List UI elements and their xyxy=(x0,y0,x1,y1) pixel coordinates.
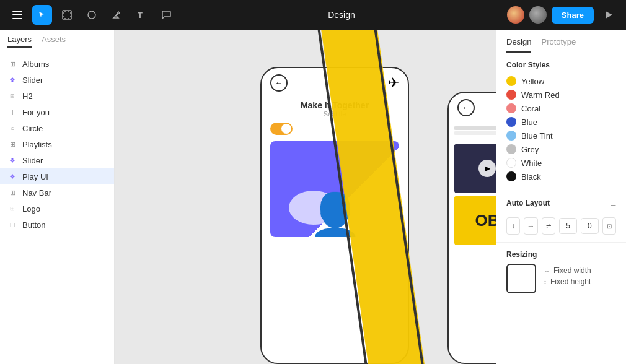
mini-album-blue: ▶ xyxy=(454,144,496,193)
frame-tool[interactable] xyxy=(57,5,77,25)
fixed-width-icon: ↔ xyxy=(544,267,550,274)
layout-padding[interactable]: 0 xyxy=(581,218,599,234)
auto-layout-collapse[interactable]: − xyxy=(611,200,616,211)
circle-icon: ○ xyxy=(7,123,17,133)
grid-icon: ⊞ xyxy=(7,59,17,69)
color-dot-blue-tint xyxy=(506,131,516,141)
text-icon: T xyxy=(7,107,17,117)
rect-icon: □ xyxy=(7,220,17,230)
fixed-height-icon: ↕ xyxy=(544,279,547,285)
layout-spacing[interactable]: 5 xyxy=(559,218,577,234)
component-icon: ❖ xyxy=(7,75,17,85)
hamburger-button[interactable] xyxy=(7,5,27,25)
color-styles-section: Color Styles Yellow Warm Red Coral Blue xyxy=(496,53,626,191)
resize-options: ↔ Fixed width ↕ Fixed height xyxy=(544,266,591,286)
resizing-title: Resizing xyxy=(506,250,616,259)
color-blue[interactable]: Blue xyxy=(506,115,616,129)
main-area: Layers Assets ⊞ Albums ❖ Slider ⊞ H2 T F… xyxy=(0,30,626,364)
topbar-center: Design xyxy=(181,10,502,20)
phone-mockup-2: ← ✈ ▶ OB img xyxy=(447,92,496,364)
color-list: Yellow Warm Red Coral Blue Blue Tint xyxy=(506,74,616,183)
auto-layout-title: Auto Layout xyxy=(506,199,550,207)
grid-icon: ⊞ xyxy=(7,91,17,101)
toggle-switch[interactable] xyxy=(270,123,293,135)
layer-slider-2[interactable]: ❖ Slider xyxy=(0,152,114,168)
right-panel: Design Prototype Color Styles Yellow War… xyxy=(496,30,626,364)
layout-direction-right[interactable]: → xyxy=(524,217,537,235)
back-button[interactable]: ← xyxy=(270,74,288,92)
color-yellow[interactable]: Yellow xyxy=(506,74,616,88)
layer-nav-bar[interactable]: ⊞ Nav Bar xyxy=(0,184,114,201)
color-dot-grey xyxy=(506,144,516,154)
layer-h2[interactable]: ⊞ H2 xyxy=(0,88,114,104)
layout-align[interactable]: ⊡ xyxy=(602,217,616,235)
color-blue-tint[interactable]: Blue Tint xyxy=(506,129,616,142)
color-dot-white xyxy=(506,158,516,168)
layer-logo[interactable]: ⊞ Logo xyxy=(0,201,114,217)
grid-icon: ⊞ xyxy=(7,204,17,214)
layer-play-ui[interactable]: ❖ Play UI xyxy=(0,168,114,184)
resizing-section: Resizing ↔ Fixed width ↕ Fixed height xyxy=(496,243,626,301)
tab-layers[interactable]: Layers xyxy=(7,35,32,48)
svg-point-12 xyxy=(88,11,95,19)
color-dot-yellow xyxy=(506,76,516,86)
tab-prototype[interactable]: Prototype xyxy=(541,37,576,53)
canvas[interactable]: ← ✈ Make It Together Subtitle 👤 xyxy=(115,30,496,364)
right-panel-tabs: Design Prototype xyxy=(496,30,626,53)
component-icon: ❖ xyxy=(7,171,17,181)
avatar-1[interactable] xyxy=(507,6,524,24)
color-grey[interactable]: Grey xyxy=(506,142,616,156)
svg-rect-3 xyxy=(63,11,71,19)
auto-layout-section: Auto Layout − ↓ → ⇌ 5 0 ⊡ xyxy=(496,191,626,243)
share-button[interactable]: Share xyxy=(552,7,594,24)
layer-playlists[interactable]: ⊞ Playlists xyxy=(0,136,114,152)
color-white[interactable]: White xyxy=(506,156,616,170)
sidebar-tabs: Layers Assets xyxy=(0,30,114,53)
layout-wrap[interactable]: ⇌ xyxy=(542,217,555,235)
layer-button[interactable]: □ Button xyxy=(0,217,114,233)
topbar-left: T xyxy=(7,5,176,25)
layer-circle[interactable]: ○ Circle xyxy=(0,120,114,136)
color-dot-warm-red xyxy=(506,90,516,100)
topbar-right: Share xyxy=(507,5,619,25)
resizing-area: ↔ Fixed width ↕ Fixed height xyxy=(506,264,616,293)
shape-tool[interactable] xyxy=(82,5,102,25)
component-icon: ❖ xyxy=(7,155,17,165)
color-black[interactable]: Black xyxy=(506,170,616,183)
layers-list: ⊞ Albums ❖ Slider ⊞ H2 T For you ○ Circl… xyxy=(0,53,114,364)
tab-design[interactable]: Design xyxy=(506,37,531,53)
layer-albums[interactable]: ⊞ Albums xyxy=(0,56,114,72)
topbar: T Design Share xyxy=(0,0,626,30)
layer-slider-1[interactable]: ❖ Slider xyxy=(0,72,114,88)
present-button[interactable] xyxy=(599,5,619,25)
layer-for-you[interactable]: T For you xyxy=(0,104,114,120)
mini-album-yellow: OB xyxy=(454,196,496,245)
color-coral[interactable]: Coral xyxy=(506,102,616,115)
select-tool[interactable] xyxy=(32,5,52,25)
comment-tool[interactable] xyxy=(156,5,176,25)
sidebar: Layers Assets ⊞ Albums ❖ Slider ⊞ H2 T F… xyxy=(0,30,115,364)
color-dot-black xyxy=(506,171,516,181)
grid-icon: ⊞ xyxy=(7,188,17,197)
pen-tool[interactable] xyxy=(107,5,126,25)
layout-direction-down[interactable]: ↓ xyxy=(506,217,520,235)
auto-layout-controls: ↓ → ⇌ 5 0 ⊡ xyxy=(506,217,616,235)
grid-icon: ⊞ xyxy=(7,139,17,149)
color-styles-title: Color Styles xyxy=(506,61,616,69)
color-warm-red[interactable]: Warm Red xyxy=(506,88,616,102)
topbar-title: Design xyxy=(328,10,355,20)
fixed-height-option[interactable]: ↕ Fixed height xyxy=(544,277,591,286)
text-tool[interactable]: T xyxy=(131,5,151,25)
back-button-2[interactable]: ← xyxy=(457,99,475,116)
tab-assets[interactable]: Assets xyxy=(42,35,66,48)
avatar-2[interactable] xyxy=(529,6,547,24)
fixed-width-option[interactable]: ↔ Fixed width xyxy=(544,266,591,275)
svg-rect-2 xyxy=(12,18,22,19)
fixed-width-label: Fixed width xyxy=(553,266,591,275)
fixed-height-label: Fixed height xyxy=(550,277,591,286)
color-dot-coral xyxy=(506,103,516,113)
resize-preview-box xyxy=(506,264,536,293)
svg-rect-1 xyxy=(12,14,22,15)
color-dot-blue xyxy=(506,117,516,127)
svg-marker-14 xyxy=(606,11,612,19)
